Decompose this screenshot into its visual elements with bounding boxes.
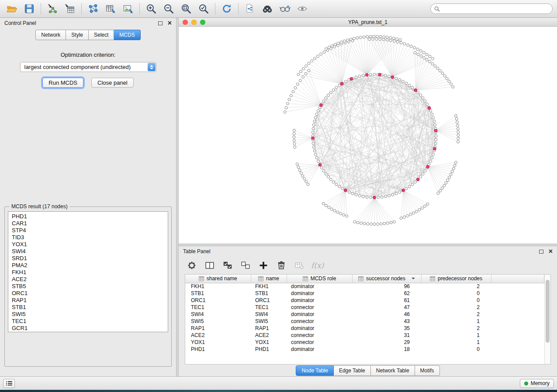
search-input[interactable]	[442, 6, 549, 12]
new-network-button[interactable]	[86, 2, 100, 16]
column-header-mcds-role[interactable]: MCDS role	[287, 275, 352, 283]
plus-icon	[258, 260, 269, 271]
toolbar-separator	[139, 3, 140, 14]
refresh-button[interactable]	[219, 2, 234, 16]
mcds-node-item[interactable]: CAR1	[8, 220, 168, 227]
optimization-criterion-select[interactable]: largest connected component (undirected)	[20, 62, 156, 72]
eye-icon	[297, 3, 308, 14]
zoom-fit-button[interactable]	[179, 2, 194, 16]
mcds-node-item[interactable]: PMA2	[8, 262, 168, 269]
mcds-node-item[interactable]: FKH1	[8, 269, 168, 276]
network-view-titlebar[interactable]: YPA_prune.txt_1	[179, 18, 557, 27]
mcds-node-item[interactable]: ACE2	[8, 276, 168, 283]
mcds-node-item[interactable]: RAP1	[8, 297, 168, 304]
list-icon	[6, 381, 12, 386]
export-table-button[interactable]	[103, 2, 118, 16]
table-row[interactable]: TEC1TEC1connector472	[185, 304, 544, 311]
tab-node-table[interactable]: Node Table	[296, 365, 334, 376]
tab-motifs[interactable]: Motifs	[415, 365, 440, 376]
close-panel-icon[interactable]: ×	[549, 249, 553, 254]
tab-network[interactable]: Network	[35, 30, 66, 40]
selected-option: largest connected component (undirected)	[24, 64, 131, 70]
column-header-shared-name[interactable]: shared name	[185, 275, 251, 283]
close-panel-button[interactable]: Close panel	[91, 78, 134, 88]
mcds-node-item[interactable]: YOX1	[8, 241, 168, 248]
table-row[interactable]: PHD1PHD1dominator180	[185, 346, 544, 353]
glasses-icon	[279, 3, 291, 14]
column-label: shared name	[207, 275, 237, 282]
mcds-node-item[interactable]: STB5	[8, 283, 168, 290]
float-panel-icon[interactable]	[539, 250, 543, 254]
import-table-button[interactable]	[62, 2, 77, 16]
deselect-all-button[interactable]	[239, 259, 252, 272]
mcds-result-list[interactable]: PHD1CAR1STP4TID3YOX1SWI4SRD1PMA2FKH1ACE2…	[8, 211, 168, 332]
mcds-node-item[interactable]: SWI5	[8, 311, 168, 318]
zoom-out-icon	[163, 3, 174, 14]
table-row[interactable]: SWI5SWI5connector431	[185, 318, 544, 325]
table-row[interactable]: ACE2ACE2connector311	[185, 332, 544, 339]
close-panel-icon[interactable]: ×	[168, 21, 172, 26]
function-builder-button[interactable]: f(x)	[311, 261, 324, 270]
zoom-in-button[interactable]	[144, 2, 159, 16]
tab-network-table[interactable]: Network Table	[371, 365, 415, 376]
table-grid-icon	[258, 276, 263, 281]
column-label: predecessor nodes	[438, 275, 482, 282]
open-session-button[interactable]	[4, 2, 19, 16]
table-grid-icon	[358, 276, 363, 281]
float-panel-icon[interactable]	[158, 21, 163, 25]
mcds-node-item[interactable]: ORC1	[8, 290, 168, 297]
scrollbar-thumb[interactable]	[546, 280, 550, 343]
tab-select[interactable]: Select	[89, 30, 114, 40]
clone-network-button[interactable]	[242, 2, 257, 16]
export-image-button[interactable]	[121, 2, 135, 16]
run-mcds-button[interactable]: Run MCDS	[42, 78, 83, 88]
table-row[interactable]: YOX1YOX1connector291	[185, 339, 544, 346]
birds-eye-button[interactable]	[295, 2, 310, 16]
toolbar-search[interactable]	[430, 3, 553, 14]
table-row[interactable]: FKH1FKH1dominator962	[185, 283, 544, 290]
network-canvas[interactable]	[179, 27, 557, 244]
table-grid-icon	[199, 276, 204, 281]
table-row[interactable]: ORC1ORC1dominator610	[185, 297, 544, 304]
mcds-node-item[interactable]: STB1	[8, 304, 168, 311]
search-icon	[434, 6, 440, 12]
column-header-successor-nodes[interactable]: successor nodes	[352, 275, 421, 283]
tab-mcds[interactable]: MCDS	[114, 30, 140, 40]
select-all-button[interactable]	[221, 259, 234, 272]
memory-button[interactable]: Memory	[520, 379, 554, 388]
tab-edge-table[interactable]: Edge Table	[334, 365, 371, 376]
window-minimize-icon[interactable]	[191, 20, 197, 25]
show-columns-button[interactable]	[204, 259, 216, 272]
delete-column-button[interactable]	[275, 259, 287, 272]
table-scrollbar[interactable]	[544, 275, 550, 364]
window-maximize-icon[interactable]	[200, 20, 205, 25]
tab-style[interactable]: Style	[66, 30, 89, 40]
table-row[interactable]: RAP1RAP1dominator352	[185, 325, 544, 332]
zoom-selected-button[interactable]	[196, 2, 211, 16]
column-header-name[interactable]: name	[251, 275, 287, 283]
import-network-icon	[47, 3, 58, 14]
zoom-out-button[interactable]	[161, 2, 176, 16]
save-session-button[interactable]	[22, 2, 37, 16]
mcds-node-item[interactable]: GCR1	[8, 325, 168, 332]
table-panel: Table Panel ×	[179, 246, 557, 376]
table-settings-button[interactable]	[186, 259, 198, 272]
add-column-button[interactable]	[257, 259, 270, 272]
mcds-node-item[interactable]: TEC1	[8, 318, 168, 325]
task-history-button[interactable]	[3, 379, 15, 388]
table-row[interactable]: SWI4SWI4dominator462	[185, 311, 544, 318]
toolbar-separator	[215, 3, 215, 14]
table-grid-icon	[430, 276, 435, 281]
mcds-node-item[interactable]: SWI4	[8, 248, 168, 255]
column-header-predecessor-nodes[interactable]: predecessor nodes	[421, 275, 491, 283]
mcds-node-item[interactable]: STP4	[8, 227, 168, 234]
import-network-button[interactable]	[45, 2, 60, 16]
window-close-icon[interactable]	[183, 20, 188, 25]
mcds-node-item[interactable]: SRD1	[8, 255, 168, 262]
delete-table-button[interactable]	[293, 259, 305, 272]
search-network-button[interactable]	[260, 2, 275, 16]
mcds-node-item[interactable]: PHD1	[8, 213, 168, 220]
mcds-node-item[interactable]: TID3	[8, 234, 168, 241]
table-row[interactable]: STB1STB1dominator620	[185, 290, 544, 297]
show-details-button[interactable]	[277, 2, 292, 16]
